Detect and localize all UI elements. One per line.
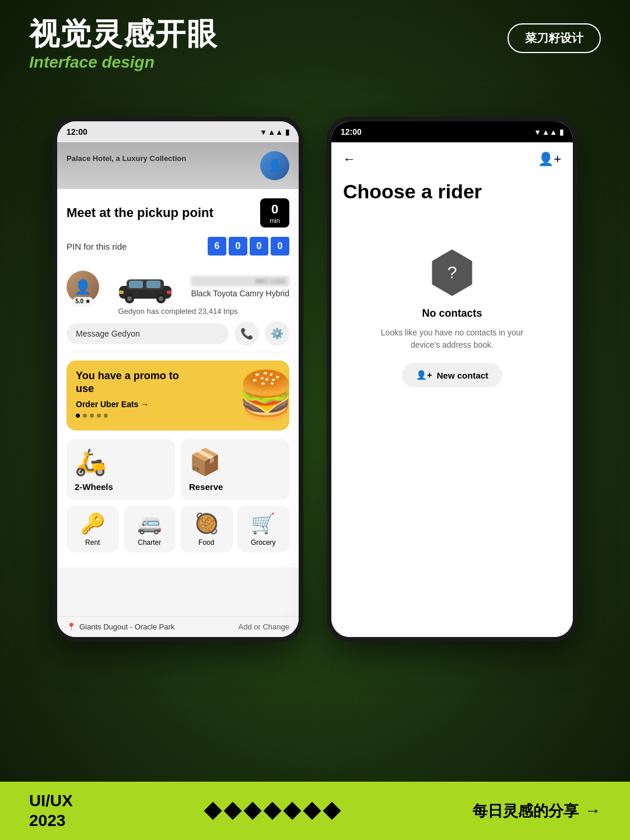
grocery-label: Grocery: [251, 538, 276, 547]
service-card-charter[interactable]: 🚐 Charter: [124, 506, 176, 552]
car-model: Black Toyota Camry Hybrid: [191, 289, 289, 298]
phone-right: 12:00 ▾ ▲▲ ▮ ← 👤+ Choose a rider ? No co…: [327, 117, 578, 642]
map-avatar: 👤: [260, 151, 289, 180]
timer-label: min: [267, 217, 282, 224]
dot-2: [83, 414, 87, 418]
status-icons-right: ▾ ▲▲ ▮: [536, 128, 564, 136]
2wheels-label: 2-Wheels: [75, 482, 113, 492]
footer-tagline: 每日灵感的分享: [473, 801, 579, 821]
location-text: Giants Dugout - Oracle Park: [79, 622, 174, 631]
diamond-7: [323, 802, 341, 820]
car-svg: [110, 271, 180, 303]
p2-nav: ← 👤+: [343, 152, 561, 167]
status-bar-left: 12:00 ▾ ▲▲ ▮: [57, 121, 299, 142]
pickup-header: Meet at the pickup point 0 min: [66, 198, 289, 228]
status-icons-left: ▾ ▲▲ ▮: [261, 128, 289, 136]
service-card-food[interactable]: 🥘 Food: [180, 506, 233, 552]
no-contacts-icon: ?: [429, 249, 475, 296]
2wheels-icon: 🛵: [75, 447, 107, 477]
add-person-icon: 👤+: [416, 370, 432, 380]
bottom-location: 📍 Giants Dugout - Oracle Park: [66, 622, 174, 631]
service-card-reserve[interactable]: 📦 Reserve: [181, 439, 289, 500]
timer-number: 0: [267, 202, 282, 217]
diamond-2: [224, 802, 242, 820]
header-title-en: Interface design: [29, 53, 218, 72]
header-badge[interactable]: 菜刀籽设计: [508, 23, 601, 53]
diamond-6: [303, 802, 321, 820]
pin-digit-3: 0: [250, 237, 268, 256]
dot-3: [90, 414, 94, 418]
car-area: [99, 271, 191, 303]
phone-left-content: Meet at the pickup point 0 min PIN for t…: [57, 189, 299, 568]
pin-digit-4: 0: [271, 237, 289, 256]
footer-arrow: →: [584, 802, 601, 820]
signal-icon-right: ▲▲: [542, 128, 557, 136]
new-contact-button[interactable]: 👤+ New contact: [402, 363, 502, 387]
food-label: Food: [198, 538, 214, 547]
add-change-button[interactable]: Add or Change: [239, 622, 289, 631]
location-pin-icon: 📍: [66, 622, 76, 631]
no-contacts-desc: Looks like you have no contacts in your …: [376, 327, 528, 351]
diamond-3: [244, 802, 262, 820]
action-row: Message Gedyon 📞 ⚙️: [66, 321, 289, 346]
driver-section: 👤 5.0 ★: [66, 271, 289, 303]
service-card-grocery[interactable]: 🛒 Grocery: [237, 506, 290, 552]
wifi-icon-right: ▾: [536, 128, 540, 136]
license-plate: ABC-1234: [191, 276, 289, 286]
map-location-text: Palace Hotel, a Luxury Collection: [66, 154, 186, 163]
food-icon: 🥘: [194, 512, 219, 535]
promo-food-icon: 🍔: [237, 372, 289, 419]
signal-icon: ▲▲: [268, 128, 283, 136]
dot-5: [104, 414, 108, 418]
pickup-title: Meet at the pickup point: [66, 205, 214, 220]
no-contacts-title: No contacts: [422, 307, 482, 320]
grocery-icon: 🛒: [251, 512, 275, 535]
dot-4: [97, 414, 101, 418]
svg-rect-9: [167, 290, 172, 294]
promo-text: You have a promo to use: [76, 370, 188, 395]
no-contacts-area: ? No contacts Looks like you have no con…: [343, 249, 561, 387]
service-grid-large: 🛵 2-Wheels 📦 Reserve: [66, 439, 289, 500]
battery-icon: ▮: [285, 128, 289, 136]
diamond-1: [204, 802, 222, 820]
phones-area: 12:00 ▾ ▲▲ ▮ Palace Hotel, a Luxury Coll…: [0, 117, 630, 642]
diamond-4: [264, 802, 282, 820]
header-titles: 视觉灵感开眼 Interface design: [29, 18, 218, 72]
promo-banner[interactable]: You have a promo to use Order Uber Eats …: [66, 360, 289, 430]
map-area: Palace Hotel, a Luxury Collection 👤: [57, 142, 299, 189]
pin-label: PIN for this ride: [66, 242, 127, 251]
phone-right-content: ← 👤+ Choose a rider ? No contacts Looks …: [331, 142, 573, 637]
message-button[interactable]: Message Gedyon: [66, 323, 229, 344]
service-grid-small: 🔑 Rent 🚐 Charter 🥘 Food 🛒 Grocery: [66, 506, 289, 552]
settings-button[interactable]: ⚙️: [265, 321, 289, 346]
footer: UI/UX2023 每日灵感的分享 →: [0, 782, 630, 840]
time-left: 12:00: [66, 127, 88, 136]
pin-digit-2: 0: [229, 237, 247, 256]
time-right: 12:00: [341, 127, 362, 136]
driver-avatar-wrap: 👤 5.0 ★: [66, 271, 99, 303]
phone-left: 12:00 ▾ ▲▲ ▮ Palace Hotel, a Luxury Coll…: [52, 117, 303, 642]
svg-rect-3: [146, 281, 160, 288]
pin-digit-1: 6: [208, 237, 226, 256]
svg-rect-8: [119, 290, 124, 294]
timer-box: 0 min: [260, 198, 289, 228]
choose-rider-title: Choose a rider: [343, 181, 561, 202]
service-card-rent[interactable]: 🔑 Rent: [66, 506, 119, 552]
phone-button[interactable]: 📞: [235, 321, 259, 346]
dot-1: [76, 414, 80, 418]
driver-card: 👤 5.0 ★: [66, 265, 289, 352]
back-button[interactable]: ←: [343, 152, 356, 167]
charter-icon: 🚐: [137, 512, 162, 535]
svg-rect-2: [129, 281, 143, 288]
footer-tagline-area: 每日灵感的分享 →: [473, 801, 601, 821]
header: 视觉灵感开眼 Interface design 菜刀籽设计: [29, 18, 601, 72]
wifi-icon: ▾: [261, 128, 265, 136]
car-name-area: ABC-1234 Black Toyota Camry Hybrid: [191, 276, 289, 298]
svg-point-5: [127, 296, 132, 301]
bottom-bar-left: 📍 Giants Dugout - Oracle Park Add or Cha…: [57, 616, 299, 637]
add-contact-button[interactable]: 👤+: [538, 152, 561, 167]
driver-trips: Gedyon has completed 23,414 trips: [118, 307, 237, 316]
pin-row: PIN for this ride 6 0 0 0: [66, 237, 289, 256]
service-card-2wheels[interactable]: 🛵 2-Wheels: [66, 439, 175, 500]
rent-label: Rent: [85, 538, 100, 547]
